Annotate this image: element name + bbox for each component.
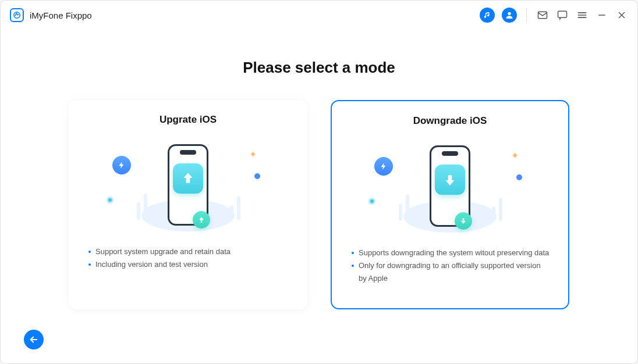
arrow-down-tile-icon (435, 165, 465, 195)
titlebar-right (480, 8, 628, 23)
minimize-icon[interactable] (596, 9, 608, 22)
music-promo-icon[interactable] (480, 8, 495, 23)
app-window: iMyFone Fixppo (0, 0, 638, 364)
arrow-up-circle-icon (193, 211, 210, 229)
mode-cards: Upgrate iOS ✦ (30, 100, 608, 309)
titlebar-left: iMyFone Fixppo (10, 8, 92, 22)
divider (526, 8, 527, 22)
mail-icon[interactable] (536, 9, 549, 22)
arrow-down-circle-icon (455, 212, 472, 230)
svg-rect-3 (558, 11, 567, 17)
main-content: Please select a mode Upgrate iOS ✦ (1, 30, 637, 363)
downgrade-illustration: ✦ (392, 134, 508, 238)
titlebar: iMyFone Fixppo (1, 1, 637, 30)
card-bullets: Supports downgrading the system witout p… (350, 247, 550, 285)
menu-icon[interactable] (576, 9, 589, 22)
card-bullets: Support system upgrade and retain data I… (87, 245, 289, 271)
card-title: Downgrade iOS (413, 115, 487, 127)
sparkle-icon: ✦ (511, 150, 519, 161)
page-title: Please select a mode (243, 59, 395, 77)
bullet-item: Supports downgrading the system witout p… (350, 247, 550, 259)
bullet-item: Support system upgrade and retain data (87, 245, 289, 258)
close-icon[interactable] (615, 9, 628, 22)
phone-icon (430, 145, 470, 227)
svg-point-1 (508, 12, 511, 15)
back-button[interactable] (24, 330, 44, 349)
bolt-icon (374, 157, 393, 176)
app-title: iMyFone Fixppo (30, 10, 92, 20)
card-title: Upgrate iOS (160, 114, 217, 126)
account-icon[interactable] (502, 8, 517, 23)
app-logo-icon (10, 8, 24, 22)
upgrade-illustration: ✦ (130, 133, 246, 237)
bolt-icon (112, 156, 131, 174)
arrow-up-tile-icon (173, 163, 203, 194)
mode-card-upgrade[interactable]: Upgrate iOS ✦ (69, 100, 307, 309)
mode-card-downgrade[interactable]: Downgrade iOS ✦ (331, 100, 569, 309)
sparkle-icon: ✦ (249, 149, 257, 160)
bullet-item: Including version and test version (87, 258, 289, 271)
phone-icon (168, 144, 208, 226)
feedback-icon[interactable] (556, 9, 569, 22)
bullet-item: Only for downgrading to an officially su… (350, 259, 550, 285)
